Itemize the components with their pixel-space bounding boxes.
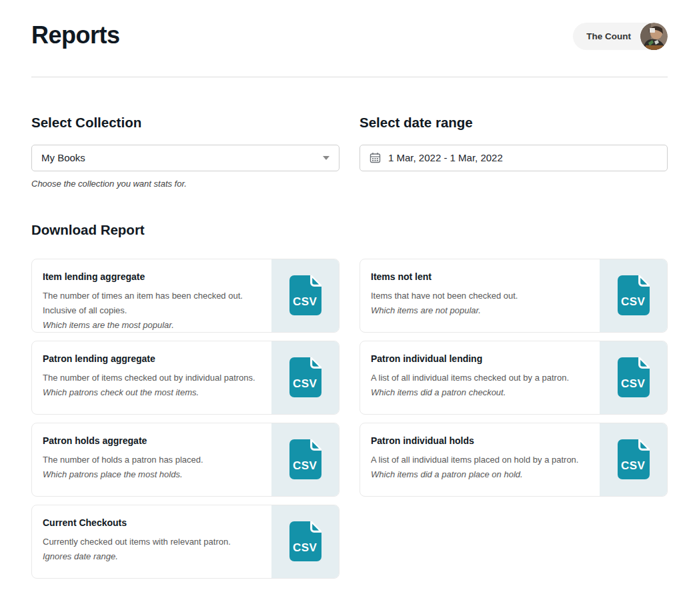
- csv-download-panel[interactable]: CSV: [600, 341, 667, 414]
- report-card-title: Patron holds aggregate: [43, 435, 263, 446]
- svg-text:CSV: CSV: [621, 295, 646, 308]
- csv-download-panel[interactable]: CSV: [271, 341, 339, 414]
- report-card-note: Which items did a patron checkout.: [371, 385, 592, 400]
- user-menu-pill[interactable]: The Count: [573, 23, 668, 50]
- header-divider: [31, 77, 668, 77]
- report-card-description: Items that have not been checked out.: [371, 289, 592, 303]
- collection-help-text: Choose the collection you want stats for…: [31, 179, 339, 189]
- svg-text:CSV: CSV: [621, 459, 646, 472]
- report-card[interactable]: Current Checkouts Currently checked out …: [31, 505, 339, 579]
- collection-selected-value: My Books: [41, 152, 85, 163]
- csv-file-icon: CSV: [616, 274, 651, 317]
- select-date-range-heading: Select date range: [360, 115, 668, 131]
- report-card-note: Which items are the most popular.: [43, 318, 263, 333]
- svg-text:CSV: CSV: [293, 295, 317, 308]
- report-card-title: Items not lent: [371, 271, 592, 282]
- report-card[interactable]: Patron individual holds A list of all in…: [360, 423, 668, 497]
- csv-download-panel[interactable]: CSV: [271, 259, 339, 332]
- user-avatar[interactable]: [640, 23, 668, 50]
- report-card[interactable]: Patron lending aggregate The number of i…: [31, 341, 339, 415]
- report-card[interactable]: Items not lent Items that have not been …: [360, 259, 668, 333]
- csv-download-panel[interactable]: CSV: [271, 423, 339, 496]
- csv-file-icon: CSV: [288, 274, 323, 317]
- date-range-input[interactable]: 1 Mar, 2022 - 1 Mar, 2022: [360, 145, 668, 171]
- page-header: Reports The Count: [31, 0, 668, 51]
- report-card-note: Which patrons place the most holds.: [43, 467, 263, 482]
- page-title: Reports: [31, 20, 120, 51]
- report-card-body: Patron individual lending A list of all …: [360, 341, 600, 414]
- report-card-body: Patron lending aggregate The number of i…: [32, 341, 271, 414]
- user-name: The Count: [586, 31, 631, 41]
- select-collection-heading: Select Collection: [31, 115, 339, 131]
- download-report-heading: Download Report: [31, 222, 668, 238]
- svg-text:CSV: CSV: [621, 377, 646, 390]
- reports-page: Reports The Count: [0, 0, 699, 616]
- selectors-row: Select Collection My Books Choose the co…: [31, 115, 668, 189]
- report-card-body: Current Checkouts Currently checked out …: [32, 505, 271, 578]
- report-card-body: Item lending aggregate The number of tim…: [32, 259, 271, 332]
- report-cards-grid: Item lending aggregate The number of tim…: [31, 259, 668, 579]
- report-card-title: Item lending aggregate: [43, 271, 263, 282]
- svg-text:CSV: CSV: [293, 377, 317, 390]
- report-card-note: Which patrons check out the most items.: [43, 385, 263, 400]
- date-range-value: 1 Mar, 2022 - 1 Mar, 2022: [388, 152, 503, 163]
- csv-file-icon: CSV: [288, 520, 323, 563]
- report-card-body: Patron individual holds A list of all in…: [360, 423, 600, 496]
- report-card-description: A list of all individual items checked o…: [371, 371, 592, 385]
- report-card-note: Which items did a patron place on hold.: [371, 467, 592, 482]
- report-card-title: Patron individual holds: [371, 435, 592, 446]
- report-card-description: The number of times an item has been che…: [43, 289, 263, 318]
- calendar-icon: [370, 152, 381, 163]
- user-photo-avatar: [640, 23, 668, 50]
- csv-file-icon: CSV: [288, 356, 323, 399]
- csv-file-icon: CSV: [288, 438, 323, 481]
- report-card-description: Currently checked out items with relevan…: [43, 535, 263, 549]
- report-card-body: Patron holds aggregate The number of hol…: [32, 423, 271, 496]
- report-card-description: The number of items checked out by indiv…: [43, 371, 263, 385]
- report-card-note: Which items are not popular.: [371, 303, 592, 318]
- report-card-title: Current Checkouts: [43, 517, 263, 528]
- collection-select[interactable]: My Books: [31, 145, 339, 171]
- report-card-title: Patron lending aggregate: [43, 353, 263, 364]
- date-range-section: Select date range: [360, 115, 668, 189]
- csv-file-icon: CSV: [616, 356, 651, 399]
- report-card[interactable]: Patron holds aggregate The number of hol…: [31, 423, 339, 497]
- report-card-description: The number of holds a patron has placed.: [43, 453, 263, 467]
- csv-download-panel[interactable]: CSV: [600, 423, 667, 496]
- report-card[interactable]: Patron individual lending A list of all …: [360, 341, 668, 415]
- chevron-down-icon: [323, 156, 329, 160]
- report-card[interactable]: Item lending aggregate The number of tim…: [31, 259, 339, 333]
- csv-file-icon: CSV: [616, 438, 651, 481]
- report-card-body: Items not lent Items that have not been …: [360, 259, 600, 332]
- svg-text:CSV: CSV: [293, 459, 317, 472]
- report-card-title: Patron individual lending: [371, 353, 592, 364]
- csv-download-panel[interactable]: CSV: [600, 259, 667, 332]
- csv-download-panel[interactable]: CSV: [271, 505, 339, 578]
- report-card-note: Ignores date range.: [43, 549, 263, 564]
- collection-selector-section: Select Collection My Books Choose the co…: [31, 115, 339, 189]
- svg-text:CSV: CSV: [293, 541, 317, 554]
- report-card-description: A list of all individual items placed on…: [371, 453, 592, 467]
